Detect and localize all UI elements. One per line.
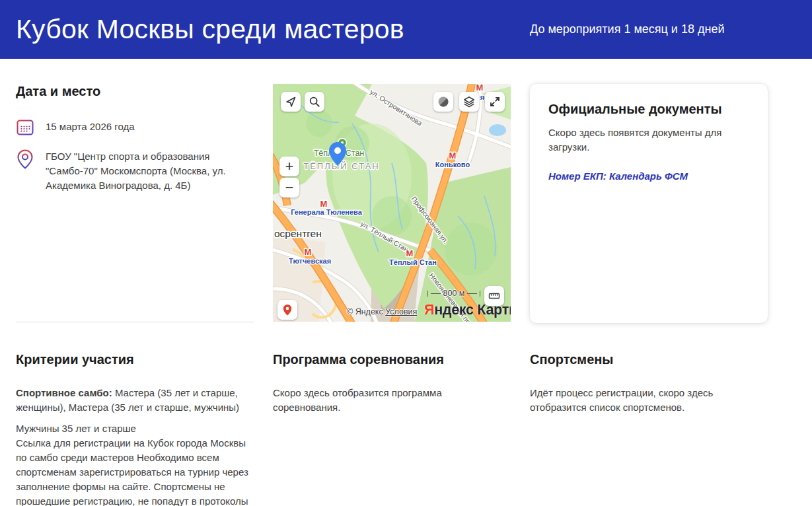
metro-m-icon: М <box>449 151 457 161</box>
ekp-calendar-link[interactable]: Номер ЕКП: Календарь ФСМ <box>548 170 688 182</box>
event-header: Кубок Москвы среди мастеров До мероприят… <box>0 0 812 59</box>
athletes-heading: Спортсмены <box>530 352 768 367</box>
page-title: Кубок Москвы среди мастеров <box>16 14 511 45</box>
search-icon <box>309 96 320 108</box>
map-scale-label: 800 м <box>443 289 465 298</box>
section-criteria: Критерии участия Спортивное самбо: Масте… <box>16 352 254 506</box>
section-program: Программа соревнования Скоро здесь отобр… <box>273 352 511 421</box>
panorama-icon <box>437 96 449 108</box>
event-countdown: До мероприятия 1 месяц и 18 дней <box>530 22 768 36</box>
map-scale-bar: 800 м <box>427 289 480 298</box>
metro-m-icon: М <box>476 84 484 92</box>
layers-button[interactable] <box>459 92 479 112</box>
red-pin-icon <box>282 304 293 316</box>
geolocation-arrow-icon <box>285 96 297 108</box>
athletes-text: Идёт процесс регистрации, скоро здесь от… <box>530 386 768 415</box>
map-canvas[interactable]: ул. Островитянова Тёплый Стан ТЁПЛЫЙ СТА… <box>273 84 511 322</box>
main-content: Дата и место <box>0 59 812 506</box>
location-pin-icon <box>16 149 34 169</box>
criteria-registration-info: Мужчины 35 лет и старше Ссылка для регис… <box>16 421 254 506</box>
metro-m-icon: М <box>320 199 328 209</box>
metro-m-icon: М <box>305 247 312 257</box>
fullscreen-icon <box>489 96 501 108</box>
criteria-disciplines: Спортивное самбо: Мастера (35 лет и стар… <box>16 386 254 415</box>
zoom-out-button[interactable]: − <box>279 178 299 198</box>
map-label-metro-tyuleneva: Генерала Тюленева <box>291 208 363 216</box>
section-documents: Официальные документы Скоро здесь появят… <box>530 84 768 323</box>
documents-heading: Официальные документы <box>548 102 749 117</box>
documents-text: Скоро здесь появятся документы для загру… <box>548 126 749 155</box>
date-place-heading: Дата и место <box>16 84 254 99</box>
section-athletes: Спортсмены Идёт процесс регистрации, ско… <box>530 352 768 421</box>
metro-m-icon: М <box>406 248 414 258</box>
ruler-icon <box>488 290 500 302</box>
map-terms-link[interactable]: Условия <box>385 307 417 316</box>
map-label-district: ТЁПЛЫЙ СТАН <box>303 161 379 171</box>
venue-address: ГБОУ "Центр спорта и образования "Самбо-… <box>46 149 254 193</box>
map-label-metro-tyutchevskaya: Тютчевская <box>289 257 331 265</box>
yandex-maps-logo[interactable]: Яндекс Карты <box>424 302 511 318</box>
panorama-button[interactable] <box>433 92 453 112</box>
calendar-icon <box>16 118 34 136</box>
map-copyright: © Яндекс Условия <box>347 307 417 316</box>
criteria-heading: Критерии участия <box>16 352 254 367</box>
layers-icon <box>463 96 475 108</box>
yandex-map[interactable]: ул. Островитянова Тёплый Стан ТЁПЛЫЙ СТА… <box>273 84 511 322</box>
map-label-metro-konkovo: Коньково <box>435 161 470 168</box>
venue-row: ГБОУ "Центр спорта и образования "Самбо-… <box>16 149 254 193</box>
fullscreen-button[interactable] <box>485 92 505 112</box>
program-heading: Программа соревнования <box>273 352 511 367</box>
map-label-metro-teply-stan: Тёплый Стан <box>389 258 437 266</box>
map-search-button[interactable] <box>305 92 324 112</box>
geolocation-button[interactable] <box>281 92 301 112</box>
pin-tool-button[interactable] <box>277 300 297 320</box>
event-date: 15 марта 2026 года <box>46 120 254 134</box>
map-label-mosrentgen: осрентген <box>274 228 322 239</box>
program-text: Скоро здесь отобразится программа соревн… <box>273 386 511 415</box>
section-date-place: Дата и место <box>16 84 254 322</box>
zoom-in-button[interactable]: + <box>279 157 299 176</box>
date-row: 15 марта 2026 года <box>16 118 254 136</box>
